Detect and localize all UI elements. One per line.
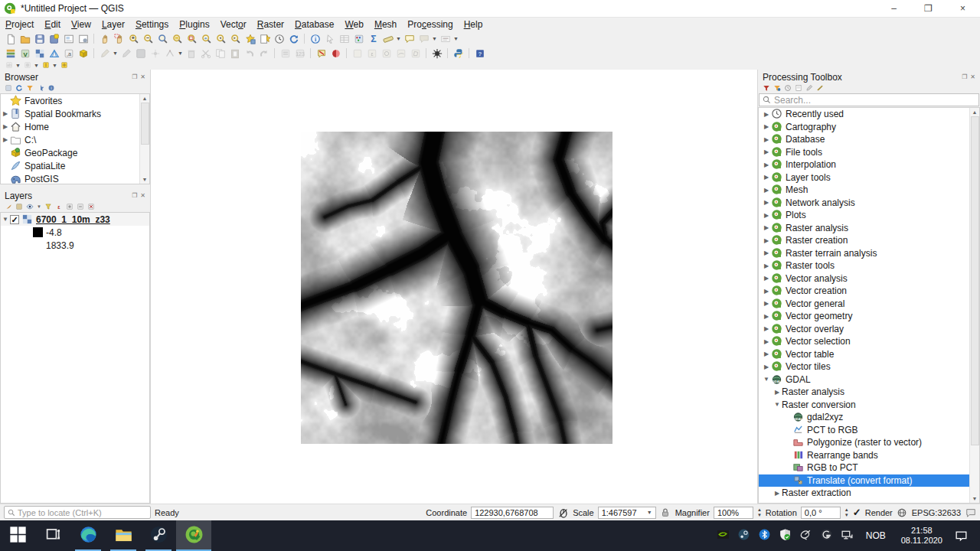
tray-defender-icon[interactable] bbox=[776, 527, 795, 545]
new-annotation-button[interactable] bbox=[416, 32, 431, 46]
processing-item-mesh[interactable]: ▶Mesh bbox=[759, 184, 979, 197]
minimize-button[interactable]: – bbox=[877, 0, 911, 17]
select-by-radius-button[interactable] bbox=[379, 47, 394, 60]
scale-combobox[interactable]: 1:467597▼ bbox=[598, 507, 656, 519]
expand-arrow-icon[interactable]: ▶ bbox=[762, 275, 771, 282]
add-vector-layer-button[interactable]: V bbox=[18, 47, 32, 60]
taskbar-start-button[interactable] bbox=[0, 520, 35, 551]
locate-input[interactable]: Type to locate (Ctrl+K) bbox=[4, 506, 151, 519]
close-button[interactable]: × bbox=[946, 0, 980, 17]
layer-row[interactable]: ▼✓6700_1_10m_z33 bbox=[1, 213, 149, 226]
expand-arrow-icon[interactable]: ▶ bbox=[762, 136, 771, 143]
layer-diagram-options-button[interactable] bbox=[21, 61, 33, 70]
zoom-to-selection-button[interactable] bbox=[185, 32, 199, 46]
tray-network-icon[interactable] bbox=[838, 527, 857, 545]
expand-arrow-icon[interactable]: ▶ bbox=[762, 174, 771, 181]
edit-in-place-button[interactable] bbox=[805, 84, 813, 92]
select-all-button[interactable] bbox=[350, 47, 364, 60]
magnifier-spin-arrows[interactable]: ▲▼ bbox=[757, 507, 762, 518]
processing-item-vector-geometry[interactable]: ▶Vector geometry bbox=[759, 310, 979, 323]
zoom-in-button[interactable]: + bbox=[126, 32, 141, 46]
toggle-editing-button[interactable] bbox=[119, 47, 133, 60]
taskbar-edge-button[interactable] bbox=[70, 520, 106, 551]
new-print-layout-button[interactable] bbox=[61, 32, 76, 46]
expand-arrow-icon[interactable]: ▶ bbox=[762, 325, 771, 332]
layer-visibility-checkbox[interactable]: ✓ bbox=[10, 215, 19, 224]
processing-item-network-analysis[interactable]: ▶Network analysis bbox=[759, 197, 979, 210]
save-project-as-button[interactable] bbox=[47, 32, 61, 46]
float-panel-icon[interactable]: ❐ bbox=[132, 73, 137, 80]
copy-features-button[interactable] bbox=[213, 47, 227, 60]
menu-project[interactable]: Project bbox=[0, 18, 39, 31]
map-canvas[interactable] bbox=[150, 70, 758, 504]
select-polygon-button[interactable] bbox=[408, 47, 423, 60]
undo-button[interactable] bbox=[242, 47, 256, 60]
menu-edit[interactable]: Edit bbox=[39, 18, 66, 31]
zoom-full-button[interactable] bbox=[170, 32, 185, 46]
expand-arrow-icon[interactable]: ▶ bbox=[762, 224, 771, 231]
layout-manager-button[interactable] bbox=[76, 32, 90, 46]
results-viewer-button[interactable] bbox=[795, 84, 802, 92]
save-layer-edits-button[interactable] bbox=[133, 47, 148, 60]
restore-button[interactable]: ❐ bbox=[911, 0, 946, 17]
menu-view[interactable]: View bbox=[66, 18, 96, 31]
expand-arrow-icon[interactable]: ▼ bbox=[773, 401, 782, 408]
themes-caret-icon[interactable]: ▼ bbox=[37, 204, 41, 209]
expand-arrow-icon[interactable]: ▶ bbox=[762, 199, 771, 206]
processing-item-vector-overlay[interactable]: ▶Vector overlay bbox=[759, 323, 979, 336]
processing-search[interactable]: Search... bbox=[759, 93, 979, 106]
close-panel-icon[interactable]: ✕ bbox=[970, 73, 975, 80]
select-by-form-button[interactable] bbox=[278, 47, 292, 60]
expand-arrow-icon[interactable]: ▶ bbox=[762, 111, 771, 118]
add-group-button[interactable] bbox=[15, 203, 23, 210]
remove-layer-button[interactable] bbox=[87, 203, 95, 210]
manage-themes-button[interactable] bbox=[26, 203, 34, 210]
expand-all-button[interactable] bbox=[66, 203, 74, 210]
epsg-code[interactable]: EPSG:32633 bbox=[912, 508, 961, 517]
processing-item-raster-terrain-analysis[interactable]: ▶Raster terrain analysis bbox=[759, 247, 979, 260]
expand-arrow-icon[interactable]: ▶ bbox=[773, 389, 782, 396]
expand-arrow-icon[interactable]: ▶ bbox=[762, 187, 771, 194]
menu-processing[interactable]: Processing bbox=[402, 18, 458, 31]
expand-arrow-icon[interactable]: ▶ bbox=[762, 212, 771, 219]
decorations-caret-icon[interactable]: ▼ bbox=[452, 36, 459, 41]
processing-item-polygonize-raster-to-vector-[interactable]: Polygonize (raster to vector) bbox=[759, 436, 979, 449]
processing-item-interpolation[interactable]: ▶Interpolation bbox=[759, 158, 979, 171]
tray-bluetooth-icon[interactable] bbox=[756, 527, 774, 545]
new-project-button[interactable] bbox=[3, 32, 18, 46]
paste-features-button[interactable] bbox=[227, 47, 242, 60]
expand-arrow-icon[interactable]: ▶ bbox=[1, 123, 10, 130]
expand-arrow-icon[interactable]: ▶ bbox=[773, 490, 782, 497]
collapse-all2-button[interactable] bbox=[77, 203, 84, 210]
menu-help[interactable]: Help bbox=[459, 18, 488, 31]
redo-button[interactable] bbox=[256, 47, 271, 60]
field-calculator-button[interactable] bbox=[351, 32, 366, 46]
zoom-last-button[interactable] bbox=[214, 32, 228, 46]
options-tool-button[interactable] bbox=[816, 84, 824, 92]
expand-arrow-icon[interactable]: ▶ bbox=[1, 110, 10, 117]
expand-arrow-icon[interactable]: ▶ bbox=[762, 350, 771, 357]
taskbar-steam-button[interactable] bbox=[141, 520, 176, 551]
clock[interactable]: 21:5808.11.2020 bbox=[895, 526, 949, 546]
decorations-button[interactable] bbox=[438, 32, 452, 46]
log-messages-icon[interactable] bbox=[965, 507, 976, 518]
tray-nvidia-icon[interactable] bbox=[714, 527, 733, 545]
render-checkbox[interactable]: ✓ bbox=[853, 507, 861, 518]
close-panel-icon[interactable]: ✕ bbox=[140, 73, 145, 80]
models-menu-button[interactable] bbox=[763, 84, 770, 92]
refresh-browser-button[interactable] bbox=[15, 84, 23, 92]
expand-arrow-icon[interactable]: ▶ bbox=[1, 136, 10, 143]
annotation-caret-icon[interactable]: ▼ bbox=[431, 36, 438, 41]
expand-arrow-icon[interactable]: ▶ bbox=[762, 300, 771, 307]
rotation-spinbox[interactable]: 0,0 ° bbox=[801, 507, 841, 519]
browser-properties-button[interactable]: i bbox=[47, 84, 55, 92]
processing-item-gdal2xyz[interactable]: GDALgdal2xyz bbox=[759, 411, 979, 424]
expand-arrow-icon[interactable]: ▶ bbox=[762, 123, 771, 130]
tray-logitech-icon[interactable] bbox=[818, 527, 836, 545]
processing-item-raster-creation[interactable]: ▶Raster creation bbox=[759, 234, 979, 247]
history-button[interactable] bbox=[784, 84, 792, 92]
expand-arrow-icon[interactable]: ▶ bbox=[762, 161, 771, 168]
processing-item-plots[interactable]: ▶Plots bbox=[759, 209, 979, 222]
filter-expression-button[interactable]: ε bbox=[55, 203, 63, 210]
expand-arrow-icon[interactable]: ▼ bbox=[762, 376, 771, 383]
